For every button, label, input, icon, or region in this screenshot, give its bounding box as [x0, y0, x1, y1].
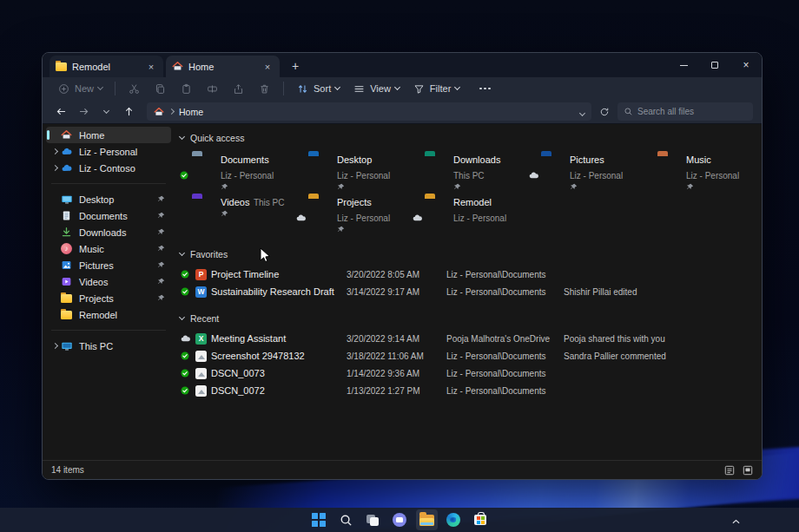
collapse-chevron-icon[interactable]: [179, 133, 185, 139]
cloud-status-icon: [296, 194, 308, 234]
section-header-favorites[interactable]: Favorites: [180, 246, 755, 261]
refresh-button[interactable]: [595, 102, 614, 122]
sidebar-item-liz-contoso[interactable]: Liz - Contoso: [46, 160, 171, 176]
paste-button[interactable]: [174, 79, 199, 98]
breadcrumb[interactable]: Home: [147, 102, 591, 121]
quick-access-tile-pictures[interactable]: Pictures Liz - Personal: [529, 151, 645, 192]
tile-location: Liz - Personal: [570, 171, 623, 181]
teams-icon: [393, 513, 406, 527]
expand-chevron-icon[interactable]: [50, 166, 60, 170]
sidebar-item-label: Pictures: [79, 260, 114, 271]
minimize-button[interactable]: [668, 53, 699, 77]
sidebar-item-documents[interactable]: Documents: [46, 207, 171, 224]
filter-button[interactable]: Filter: [406, 79, 466, 98]
tab-home[interactable]: Home ×: [166, 56, 280, 77]
close-tab-icon[interactable]: ×: [261, 61, 274, 73]
file-row[interactable]: DSCN_0072 1/13/2022 1:27 PM Liz - Person…: [180, 382, 755, 399]
view-button-label: View: [370, 83, 391, 94]
sidebar-item-label: Music: [79, 244, 104, 254]
sidebar-item-label: Liz - Personal: [79, 147, 137, 157]
tray-show-hidden-icons-chevron[interactable]: [732, 512, 740, 528]
sync-status-icon: [180, 151, 192, 192]
quick-access-tile-music[interactable]: ♪ Music Liz - Personal: [645, 151, 762, 192]
store-button[interactable]: [470, 509, 492, 530]
edge-button[interactable]: [443, 509, 465, 530]
tile-name: Projects: [337, 197, 372, 207]
cut-button[interactable]: [122, 79, 147, 98]
file-name: Project Timeline: [211, 269, 279, 279]
expand-chevron-icon[interactable]: [50, 149, 60, 154]
new-tab-button[interactable]: +: [286, 56, 305, 76]
status-slot: [180, 194, 192, 234]
pin-icon: [157, 195, 168, 203]
file-row[interactable]: X Meeting Assistant 3/20/2022 9:14 AM Po…: [180, 330, 755, 347]
tile-name: Music: [686, 154, 711, 165]
share-button[interactable]: [226, 79, 251, 98]
file-row[interactable]: DSCN_0073 1/14/2022 9:36 AM Liz - Person…: [180, 365, 755, 382]
up-button[interactable]: [119, 102, 138, 122]
address-dropdown-icon[interactable]: [580, 107, 584, 117]
command-bar: New: [43, 77, 762, 100]
details-view-icon[interactable]: [723, 464, 735, 476]
start-button[interactable]: [308, 509, 330, 530]
close-tab-icon[interactable]: ×: [145, 61, 157, 73]
collapse-chevron-icon[interactable]: [179, 313, 185, 319]
see-more-button[interactable]: [473, 79, 497, 98]
back-button[interactable]: [51, 102, 70, 122]
view-button[interactable]: View: [347, 79, 406, 98]
sort-button[interactable]: Sort: [290, 79, 346, 98]
large-icons-view-icon[interactable]: [742, 464, 753, 476]
breadcrumb-segment[interactable]: Home: [179, 107, 203, 117]
forward-button[interactable]: [74, 102, 93, 122]
search-button[interactable]: [335, 509, 357, 530]
section-header-quick-access[interactable]: Quick access: [180, 130, 755, 145]
search-box[interactable]: [617, 102, 753, 121]
close-button[interactable]: ×: [730, 53, 762, 77]
image-file-icon: [195, 351, 207, 362]
new-button[interactable]: New: [51, 79, 109, 98]
file-row[interactable]: Screenshot 29478132 3/18/2022 11:06 AM L…: [180, 347, 755, 365]
quick-access-tile-remodel[interactable]: Remodel Liz - Personal: [413, 194, 529, 234]
tab-remodel[interactable]: Remodel ×: [50, 56, 163, 77]
sidebar-item-home[interactable]: Home: [46, 127, 171, 143]
rename-button[interactable]: [200, 79, 225, 98]
sidebar-item-videos[interactable]: Videos: [46, 273, 171, 290]
collapse-chevron-icon[interactable]: [179, 249, 185, 255]
file-row[interactable]: P Project Timeline 3/20/2022 8:05 AM Liz…: [180, 266, 755, 283]
sidebar-item-pictures[interactable]: Pictures: [46, 257, 171, 273]
copy-button[interactable]: [148, 79, 173, 98]
recent-list: X Meeting Assistant 3/20/2022 9:14 AM Po…: [180, 330, 755, 399]
quick-access-tile-downloads[interactable]: ↓ Downloads This PC: [413, 151, 529, 192]
task-view-button[interactable]: [362, 509, 384, 530]
home-icon: [154, 107, 164, 117]
sidebar-item-desktop[interactable]: Desktop: [46, 191, 171, 207]
quick-access-tile-videos[interactable]: Videos This PC: [180, 194, 296, 234]
more-icon: [479, 88, 491, 90]
search-icon: [624, 107, 633, 116]
word-icon: W: [195, 286, 207, 298]
sidebar-item-liz-personal[interactable]: Liz - Personal: [46, 143, 171, 160]
maximize-button[interactable]: [699, 53, 730, 77]
delete-button[interactable]: [252, 79, 277, 98]
file-row[interactable]: W Sustainability Research Draft 3/14/202…: [180, 283, 755, 300]
quick-access-tile-documents[interactable]: Documents Liz - Personal: [180, 151, 296, 192]
sidebar-item-label: This PC: [79, 341, 113, 351]
image-file-icon: [195, 368, 207, 379]
expand-chevron-icon[interactable]: [50, 344, 60, 348]
recent-locations-button[interactable]: [96, 102, 116, 122]
tile-name: Remodel: [453, 197, 492, 207]
music-icon: ♪: [60, 242, 73, 255]
section-header-recent[interactable]: Recent: [180, 311, 755, 325]
teams-button[interactable]: [389, 509, 411, 530]
sidebar-item-downloads[interactable]: Downloads: [46, 224, 171, 240]
quick-access-grid: Documents Liz - Personal Desktop Liz - P: [180, 151, 763, 236]
sidebar-item-this-pc[interactable]: This PC: [46, 338, 171, 354]
search-input[interactable]: [637, 107, 752, 116]
sidebar-item-music[interactable]: ♪ Music: [46, 240, 171, 257]
desktop-folder-icon: [308, 151, 333, 192]
quick-access-tile-projects[interactable]: Projects Liz - Personal: [296, 194, 413, 234]
sidebar-item-remodel[interactable]: Remodel: [46, 306, 171, 323]
quick-access-tile-desktop[interactable]: Desktop Liz - Personal: [296, 151, 413, 192]
sidebar-item-projects[interactable]: Projects: [46, 290, 171, 306]
file-explorer-button[interactable]: [416, 509, 438, 530]
